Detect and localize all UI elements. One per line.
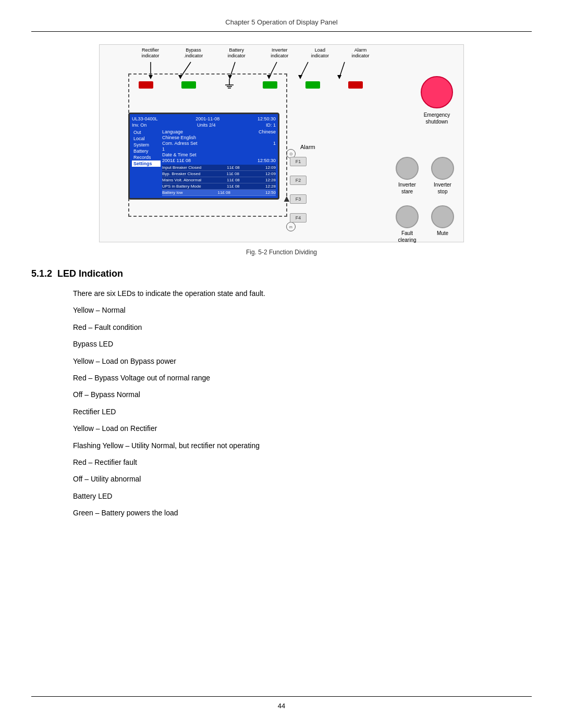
chapter-header: Chapter 5 Operation of Display Panel	[0, 18, 563, 26]
fault-clearing-button[interactable]	[396, 205, 419, 228]
load-indicator-label: Loadindicator	[308, 47, 332, 59]
log-row-1-time: 12:09	[265, 165, 276, 170]
log-row-5-event: Battery low	[162, 190, 183, 195]
inverter-stop-button[interactable]	[431, 157, 454, 180]
para-7: Rectifier LED	[73, 406, 532, 417]
para-8: Yellow – Load on Rectifier	[73, 423, 532, 434]
fault-clearing-label: Faultclearing	[394, 230, 420, 243]
section-title: LED Indication	[57, 268, 123, 279]
lcd-menu-records[interactable]: Records	[132, 154, 161, 161]
lcd-datetime-label: Date & Time Set	[162, 152, 197, 157]
inverter-indicator-label: Inverterindicator	[265, 47, 294, 59]
section-heading: 5.1.2 LED Indication	[31, 268, 532, 279]
lcd-language-value: Chinese	[259, 129, 276, 134]
lcd-units: Units 2/4	[197, 122, 216, 128]
f2-button[interactable]: F2	[290, 176, 307, 185]
log-row-2-time: 12:09	[265, 171, 276, 176]
panel-diagram: Rectifierindicator Bypass.indicator Batt…	[99, 44, 464, 242]
para-0: There are six LEDs to indicate the opera…	[73, 288, 532, 299]
lcd-com-label: Com. Adress Set	[162, 141, 198, 146]
para-12: Battery LED	[73, 490, 532, 502]
emergency-shutdown-button[interactable]	[421, 76, 453, 108]
para-6: Off – Bypass Normal	[73, 389, 532, 400]
para-5: Red – Bypass Voltage out of normal range	[73, 372, 532, 384]
f4-button[interactable]: F4	[290, 213, 307, 223]
log-row-3-date: 11£ 08	[227, 178, 239, 182]
lcd-id: ID: 1	[266, 122, 276, 128]
lcd-lang-options: Chinese English	[162, 135, 196, 140]
svg-marker-11	[337, 75, 341, 79]
para-9: Flashing Yellow – Utility Normal, but re…	[73, 440, 532, 451]
log-row-4-time: 12:28	[265, 184, 276, 189]
figure-container: Rectifierindicator Bypass.indicator Batt…	[31, 44, 532, 256]
inverter-led	[305, 81, 320, 89]
lcd-menu-battery[interactable]: Battery	[132, 148, 161, 154]
log-row-1-date: 11£ 08	[227, 165, 239, 170]
mute-button[interactable]	[431, 205, 454, 228]
para-1: Yellow – Normal	[73, 304, 532, 316]
lcd-datetime-value-time: 12:50:30	[258, 158, 276, 163]
page-number: 44	[0, 702, 563, 710]
content-area: Rectifierindicator Bypass.indicator Batt…	[31, 39, 532, 524]
bottom-rule	[31, 696, 532, 697]
bypass-indicator-label: Bypass.indicator	[179, 47, 208, 59]
log-row-1-event: Input Breaker Closed	[162, 165, 201, 170]
figure-caption: Fig. 5-2 Function Dividing	[246, 249, 317, 256]
log-row-2-date: 11£ 08	[226, 171, 239, 176]
svg-marker-10	[298, 75, 302, 79]
lcd-menu-local[interactable]: Local	[132, 135, 161, 142]
load-led	[348, 81, 363, 89]
lcd-menu-settings[interactable]: Settings	[132, 161, 161, 167]
section-number: 5.1.2	[31, 268, 52, 279]
para-4: Yellow – Load on Bypass power	[73, 355, 532, 367]
lcd-time: 12:50:30	[258, 116, 276, 121]
f3-button[interactable]: F3	[290, 194, 307, 204]
para-10: Red – Rectifier fault	[73, 456, 532, 468]
log-row-2-event: Byp. Breaker Closed	[162, 171, 200, 176]
lcd-datetime-value-date: 2001£ 11£ 08	[162, 158, 191, 163]
lcd-menu-system[interactable]: System	[132, 142, 161, 148]
lcd-model: UL33-0400L	[132, 116, 158, 121]
inverter-stare-button[interactable]	[396, 157, 419, 180]
log-row-3-event: Mains Volt. Abnormal	[162, 178, 201, 182]
para-11: Off – Utility abnormal	[73, 473, 532, 485]
log-row-4-date: 11£ 08	[227, 184, 239, 189]
lcd-date: 2001-11-08	[195, 116, 219, 121]
rectifier-indicator-label: Rectifierindicator	[136, 47, 165, 59]
lcd-display: UL33-0400L 2001-11-08 12:50:30 Inv. On U…	[128, 113, 279, 200]
chapter-title-text: Chapter 5 Operation of Display Panel	[225, 18, 337, 26]
inverter-stop-label: Inverterstop	[430, 181, 456, 195]
lcd-com-num: 1	[162, 146, 165, 152]
lcd-com-value: 1	[273, 141, 276, 146]
alarm-label: Alarm	[300, 144, 315, 150]
m-circle-icon: m	[286, 222, 296, 231]
log-row-5-date: 11£ 08	[218, 190, 230, 195]
log-row-3-time: 12:28	[265, 178, 276, 182]
lcd-menu-out[interactable]: Out	[132, 129, 161, 135]
f1-button[interactable]: F1	[290, 157, 307, 166]
para-2: Red – Fault condition	[73, 322, 532, 333]
battery-indicator-label: Batteryindicator	[222, 47, 251, 59]
lcd-inv-status: Inv. On	[132, 122, 146, 128]
inverter-stare-label: Inverterstare	[394, 181, 420, 195]
para-3: Bypass LED	[73, 338, 532, 350]
log-row-4-event: UPS in Battery Mode	[162, 184, 201, 189]
top-rule	[31, 31, 532, 32]
alarm-indicator-label: Alarmindicator	[346, 47, 375, 59]
log-row-5-time: 12:50	[265, 190, 276, 195]
emergency-label: Emergencyshutdown	[424, 112, 450, 125]
lcd-language-label: Language	[162, 129, 183, 134]
para-13: Green – Battery powers the load	[73, 507, 532, 519]
mute-label: Mute	[430, 230, 456, 237]
